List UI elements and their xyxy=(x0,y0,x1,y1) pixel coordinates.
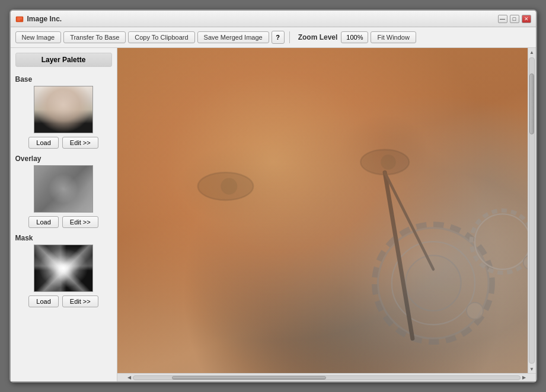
layer-palette: Layer Palette Base Load Edit >> Overlay xyxy=(11,48,117,381)
scroll-right-arrow[interactable]: ▶ xyxy=(521,374,528,381)
minimize-button[interactable]: — xyxy=(498,15,507,23)
help-button[interactable]: ? xyxy=(272,31,285,44)
title-bar: Image Inc. — □ ✕ xyxy=(11,11,536,27)
close-button[interactable]: ✕ xyxy=(522,15,531,23)
scroll-left-arrow[interactable]: ◀ xyxy=(126,374,133,381)
content-area: Layer Palette Base Load Edit >> Overlay xyxy=(11,48,536,381)
copy-to-clipboard-button[interactable]: Copy To Clipboard xyxy=(128,31,194,43)
scroll-up-arrow[interactable]: ▲ xyxy=(528,48,536,56)
mask-layer-label: Mask xyxy=(15,234,112,242)
main-window: Image Inc. — □ ✕ New Image Transfer To B… xyxy=(9,9,537,383)
base-layer-thumbnail xyxy=(34,86,93,133)
maximize-button[interactable]: □ xyxy=(510,15,519,23)
overlay-layer-thumbnail xyxy=(34,165,93,213)
overlay-layer-label: Overlay xyxy=(15,155,112,163)
fit-window-button[interactable]: Fit Window xyxy=(371,31,416,43)
mask-edit-button[interactable]: Edit >> xyxy=(62,295,98,307)
mask-layer-thumbnail xyxy=(34,245,93,292)
base-load-button[interactable]: Load xyxy=(28,137,58,149)
base-thumbnail-image xyxy=(34,86,92,133)
mask-layer-controls: Load Edit >> xyxy=(15,295,112,307)
base-edit-button[interactable]: Edit >> xyxy=(62,137,98,149)
window-controls: — □ ✕ xyxy=(498,15,531,23)
window-title: Image Inc. xyxy=(27,15,62,23)
transfer-to-base-button[interactable]: Transfer To Base xyxy=(63,31,126,43)
canvas-inner: ▲ ▼ xyxy=(117,48,536,373)
composite-image xyxy=(117,48,528,373)
toolbar: New Image Transfer To Base Copy To Clipb… xyxy=(11,27,536,48)
canvas-wrapper: ▲ ▼ ◀ ▶ xyxy=(117,48,536,381)
base-layer-controls: Load Edit >> xyxy=(15,137,112,149)
scroll-h-thumb[interactable] xyxy=(172,376,327,380)
svg-point-15 xyxy=(221,178,237,195)
mask-load-button[interactable]: Load xyxy=(28,295,58,307)
scroll-h-track[interactable] xyxy=(133,375,521,380)
overlay-layer-section: Overlay Load Edit >> xyxy=(15,155,112,228)
palette-title: Layer Palette xyxy=(15,53,112,67)
toolbar-divider xyxy=(289,31,290,43)
overlay-edit-button[interactable]: Edit >> xyxy=(62,216,98,228)
svg-point-12 xyxy=(466,303,483,319)
zoom-value-display: 100% xyxy=(341,31,368,43)
svg-point-17 xyxy=(381,155,396,170)
svg-point-13 xyxy=(523,255,527,269)
new-image-button[interactable]: New Image xyxy=(15,31,62,43)
mask-thumbnail-image xyxy=(34,245,92,291)
app-icon xyxy=(15,15,24,23)
vertical-scrollbar[interactable]: ▲ ▼ xyxy=(528,48,536,373)
overlay-load-button[interactable]: Load xyxy=(28,216,58,228)
overlay-thumbnail-image xyxy=(34,166,92,212)
svg-point-6 xyxy=(405,255,461,310)
main-canvas[interactable] xyxy=(117,48,528,373)
title-bar-left: Image Inc. xyxy=(15,15,62,23)
scroll-down-arrow[interactable]: ▼ xyxy=(528,365,536,373)
base-layer-section: Base Load Edit >> xyxy=(15,75,112,149)
svg-point-10 xyxy=(474,214,527,269)
scroll-v-thumb[interactable] xyxy=(529,73,534,134)
zoom-level-label: Zoom Level xyxy=(298,33,338,41)
mask-layer-section: Mask Load Edit >> xyxy=(15,234,112,307)
scroll-v-track[interactable] xyxy=(529,57,535,364)
save-merged-image-button[interactable]: Save Merged Image xyxy=(197,31,269,43)
overlay-layer-controls: Load Edit >> xyxy=(15,216,112,228)
base-layer-label: Base xyxy=(15,75,112,83)
horizontal-scrollbar[interactable]: ◀ ▶ xyxy=(117,373,536,381)
